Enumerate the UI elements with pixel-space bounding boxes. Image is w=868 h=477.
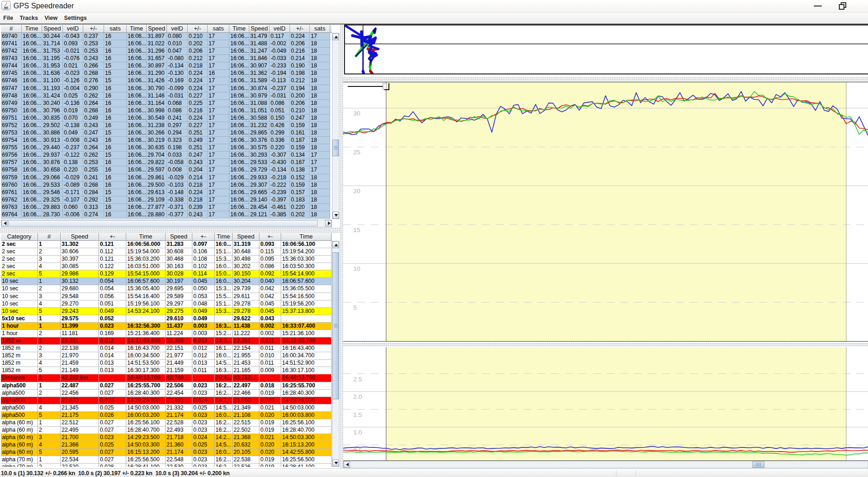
table-cell: 16:06... bbox=[229, 144, 249, 152]
scrollbar-thumb[interactable] bbox=[752, 461, 764, 468]
table-cell: alpha500 bbox=[1, 390, 38, 397]
table-cell: 16 bbox=[208, 70, 229, 77]
table-cell: 1 bbox=[38, 456, 61, 464]
column-header[interactable]: velD bbox=[167, 25, 188, 33]
scroll-right-button[interactable] bbox=[325, 220, 332, 226]
column-header[interactable]: Time bbox=[215, 233, 233, 241]
column-header[interactable]: +/- bbox=[188, 25, 208, 33]
table-cell: 16:06... bbox=[127, 211, 147, 219]
column-header[interactable]: +/- bbox=[83, 25, 104, 33]
column-header[interactable]: Speed bbox=[147, 25, 167, 33]
table-cell: 0.266 bbox=[83, 62, 104, 70]
column-header[interactable]: +- bbox=[259, 233, 281, 241]
axis-tick-label: 2.0 bbox=[353, 393, 362, 400]
column-header[interactable]: Time bbox=[281, 233, 332, 241]
column-header[interactable]: # bbox=[1, 25, 22, 33]
table-cell: 69763 bbox=[1, 204, 22, 211]
column-header[interactable]: +/- bbox=[290, 25, 310, 33]
table-cell: 16:06... bbox=[22, 182, 42, 189]
table-cell: 14:5... bbox=[215, 441, 233, 449]
table-cell: 30.549 bbox=[147, 115, 167, 122]
table-cell: 21.453 bbox=[233, 360, 259, 367]
scroll-up-button[interactable] bbox=[332, 33, 339, 40]
menu-settings[interactable]: Settings bbox=[61, 13, 90, 24]
table-cell: -0.397 bbox=[270, 196, 290, 204]
error-chart-panel[interactable]: 2.52.01.51.00.5 bbox=[343, 347, 868, 460]
table-cell: 14:31:03.600 bbox=[126, 337, 166, 345]
chart-hscrollbar[interactable] bbox=[343, 461, 868, 468]
column-header[interactable]: velD bbox=[63, 25, 83, 33]
table-cell: 16:06... bbox=[22, 196, 42, 204]
column-header[interactable]: Speed bbox=[249, 25, 270, 33]
table-cell: 0.152 bbox=[290, 174, 310, 182]
axis-tick-label: 10 bbox=[353, 265, 360, 272]
scroll-left-button[interactable] bbox=[1, 220, 8, 226]
table-cell: 0.027 bbox=[99, 456, 126, 464]
column-header[interactable]: Speed bbox=[42, 25, 63, 33]
column-header[interactable]: Time bbox=[22, 25, 42, 33]
column-header[interactable]: Category bbox=[1, 233, 38, 241]
column-header[interactable]: +- bbox=[192, 233, 215, 241]
scroll-down-button[interactable] bbox=[332, 212, 339, 219]
points-table-vscrollbar[interactable] bbox=[332, 33, 339, 219]
table-cell: 16:06... bbox=[22, 48, 42, 55]
minimize-button[interactable] bbox=[807, 0, 828, 12]
column-header[interactable]: sats bbox=[104, 25, 127, 33]
track-map-panel[interactable] bbox=[344, 24, 868, 74]
chart-chart-splitter[interactable] bbox=[343, 342, 868, 347]
speed-chart-panel[interactable]: 30252015105 bbox=[343, 82, 868, 341]
table-cell: 21.449 bbox=[166, 360, 192, 367]
main-splitter[interactable] bbox=[340, 24, 343, 468]
column-header[interactable]: Time bbox=[229, 25, 249, 33]
table-cell: 0.134 bbox=[290, 152, 310, 159]
scrollbar-thumb[interactable] bbox=[8, 220, 318, 226]
table-cell: alpha500 bbox=[1, 382, 38, 390]
table-cell: 0.292 bbox=[83, 196, 104, 204]
table-cell: 15:36:05.400 bbox=[126, 285, 166, 293]
scrollbar-thumb[interactable] bbox=[332, 252, 339, 399]
results-table[interactable]: Category#Speed+-TimeSpeed+-TimeSpeed+-Ti… bbox=[1, 233, 332, 467]
table-cell: 0.011 bbox=[259, 360, 281, 367]
table-cell: 0.218 bbox=[188, 182, 208, 189]
table-cell: 16 bbox=[104, 48, 127, 55]
axis-tick-label: 5 bbox=[353, 304, 357, 311]
table-cell: 21.459 bbox=[61, 360, 99, 367]
menu-view[interactable]: View bbox=[41, 13, 61, 24]
column-header[interactable]: Speed bbox=[61, 233, 99, 241]
points-table-hscrollbar[interactable] bbox=[1, 220, 332, 227]
menu-file[interactable]: File bbox=[0, 13, 17, 24]
menu-tracks[interactable]: Tracks bbox=[17, 13, 42, 24]
table-cell: 0.068 bbox=[167, 100, 188, 107]
left-vertical-splitter[interactable] bbox=[0, 227, 340, 233]
column-header[interactable]: Time bbox=[126, 233, 166, 241]
column-header[interactable]: Time bbox=[127, 25, 147, 33]
column-header[interactable]: sats bbox=[310, 25, 330, 33]
table-cell: 69756 bbox=[1, 152, 22, 159]
column-header[interactable]: Speed bbox=[166, 233, 192, 241]
table-cell: 18 bbox=[310, 182, 330, 189]
map-chart-splitter[interactable] bbox=[343, 77, 868, 81]
table-cell: 0.218 bbox=[188, 196, 208, 204]
restore-button[interactable] bbox=[833, 0, 855, 12]
table-cell: 0.042 bbox=[259, 293, 281, 300]
table-cell: 0.093 bbox=[259, 241, 281, 248]
points-table[interactable]: #TimeSpeedvelD+/-satsTimeSpeedvelD+/-sat… bbox=[1, 25, 332, 219]
scroll-up-button[interactable] bbox=[332, 241, 339, 248]
column-header[interactable]: +- bbox=[99, 233, 126, 241]
table-cell: 16:28:41.100 bbox=[281, 464, 332, 467]
column-header[interactable]: velD bbox=[270, 25, 290, 33]
table-cell: 0.027 bbox=[99, 427, 126, 434]
column-header[interactable]: sats bbox=[208, 25, 229, 33]
title-bar[interactable]: GPS Speedreader bbox=[0, 0, 868, 13]
table-cell: 17 bbox=[208, 204, 229, 211]
column-header[interactable]: # bbox=[38, 233, 61, 241]
table-cell: 0.019 bbox=[259, 456, 281, 464]
table-cell: 0.241 bbox=[167, 115, 188, 122]
scroll-down-button[interactable] bbox=[332, 459, 339, 466]
table-cell: 11.438 bbox=[233, 323, 259, 330]
scrollbar-thumb[interactable] bbox=[332, 140, 339, 156]
scroll-left-button[interactable] bbox=[344, 461, 350, 468]
column-header[interactable]: Speed bbox=[233, 233, 259, 241]
results-table-vscrollbar[interactable] bbox=[332, 241, 339, 467]
table-cell: 5 bbox=[38, 412, 61, 419]
